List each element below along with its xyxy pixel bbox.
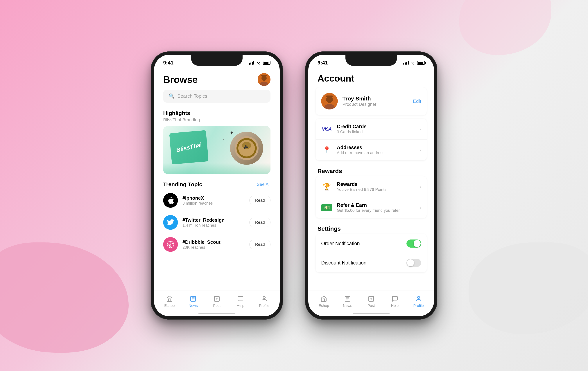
- account-screen-content: Account Troy Smith Product De: [308, 69, 434, 316]
- addresses-row[interactable]: 📍 Addresses Add or remove an address ›: [316, 140, 427, 160]
- rewards-row[interactable]: 🏆 Rewards You've Earned 8,876 Points ›: [316, 176, 427, 197]
- nav-eshop-account[interactable]: Eshop: [312, 296, 336, 308]
- nav-profile-browse[interactable]: Profile: [252, 296, 276, 308]
- rewards-title: Rewards: [337, 181, 415, 187]
- svg-point-9: [246, 146, 248, 148]
- topic-name-iphonex: #IphoneX: [182, 195, 245, 201]
- highlight-inner: BlissThai ✦ •: [163, 126, 271, 174]
- addresses-info: Addresses Add or remove an address: [337, 145, 415, 155]
- nav-profile-label-browse: Profile: [259, 304, 269, 308]
- wifi-icon-browse: [256, 61, 261, 65]
- nav-post-browse[interactable]: Post: [205, 296, 229, 308]
- edit-profile-button[interactable]: Edit: [413, 98, 421, 104]
- discount-notification-label: Discount Notification: [321, 260, 366, 266]
- read-btn-dribbble[interactable]: Read: [249, 240, 271, 249]
- discount-notification-row: Discount Notification: [316, 253, 427, 272]
- read-btn-iphonex[interactable]: Read: [249, 196, 271, 205]
- wave-shape: [163, 163, 271, 174]
- nav-help-label-browse: Help: [237, 304, 244, 308]
- visa-text: VISA: [322, 126, 332, 132]
- trending-header: Trending Topic See All: [154, 179, 280, 189]
- background-blob-left: [0, 242, 129, 353]
- post-icon-account: [368, 296, 375, 302]
- profile-avatar-account: [321, 93, 338, 109]
- search-icon: 🔍: [169, 93, 175, 99]
- trophy-icon-wrap: 🏆: [321, 183, 332, 190]
- nav-news-label-account: News: [343, 304, 352, 308]
- order-notification-toggle[interactable]: [407, 239, 421, 247]
- settings-section: Order Notification Discount Notification: [316, 234, 427, 272]
- topic-item-twitter: #Twitter_Redesign 1.4 million reaches Re…: [154, 211, 280, 233]
- background-blob-right: [469, 242, 588, 334]
- refer-earn-row[interactable]: 💵 Refer & Earn Get $5.00 for every frien…: [316, 197, 427, 218]
- highlights-label: Highlights: [154, 108, 280, 117]
- nav-news-account[interactable]: News: [336, 296, 359, 308]
- credit-cards-info: Credit Cards 3 Cards linked: [337, 124, 415, 134]
- settings-section-header: Settings: [308, 222, 434, 234]
- post-icon-browse: [213, 296, 220, 302]
- phone-account-screen: 9:41: [308, 55, 434, 316]
- help-icon-browse: [237, 296, 244, 302]
- account-header: Account: [308, 71, 434, 87]
- read-btn-twitter[interactable]: Read: [249, 218, 271, 227]
- refer-sub: Get $5.00 for every friend you refer: [337, 208, 415, 213]
- credit-cards-sub: 3 Cards linked: [337, 129, 415, 134]
- status-time-account: 9:41: [317, 60, 328, 66]
- svg-rect-23: [326, 95, 333, 97]
- discount-notification-toggle[interactable]: [407, 259, 421, 267]
- topic-reaches-iphonex: 3 million reaches: [182, 201, 245, 206]
- rewards-list-section: 🏆 Rewards You've Earned 8,876 Points › 💵: [316, 176, 427, 218]
- nav-post-label-account: Post: [368, 304, 375, 308]
- topic-reaches-dribbble: 20K reaches: [182, 245, 245, 250]
- bottom-nav-browse: Eshop News: [154, 290, 280, 316]
- notch-account: [346, 55, 397, 66]
- signal-bars-account: [403, 61, 409, 65]
- toggle-thumb-discount: [407, 259, 414, 266]
- nav-eshop-browse[interactable]: Eshop: [158, 296, 181, 308]
- home-indicator-account: [353, 313, 389, 314]
- highlights-sub: BlissThai Branding: [154, 117, 280, 126]
- credit-cards-row[interactable]: VISA Credit Cards 3 Cards linked ›: [316, 119, 427, 140]
- see-all-link[interactable]: See All: [257, 182, 271, 187]
- nav-profile-account[interactable]: Profile: [407, 296, 430, 308]
- profile-icon-browse: [261, 296, 268, 302]
- nav-news-browse[interactable]: News: [181, 296, 205, 308]
- visa-icon-wrap: VISA: [321, 125, 332, 133]
- green-card-shape: BlissThai: [169, 130, 209, 165]
- refer-title: Refer & Earn: [337, 202, 415, 208]
- svg-point-19: [263, 296, 265, 299]
- nav-post-account[interactable]: Post: [359, 296, 383, 308]
- topic-name-dribbble: #Dribbble_Scout: [182, 239, 245, 245]
- topic-info-twitter: #Twitter_Redesign 1.4 million reaches: [182, 217, 245, 228]
- avatar-image-browse: [258, 73, 271, 86]
- nav-post-label-browse: Post: [213, 304, 220, 308]
- browse-header: Browse: [154, 71, 280, 90]
- toggle-thumb-order: [414, 240, 420, 247]
- profile-section[interactable]: Troy Smith Product Designer Edit: [316, 87, 427, 115]
- location-icon: 📍: [323, 146, 331, 154]
- home-icon-browse: [166, 296, 173, 302]
- nav-eshop-label-account: Eshop: [319, 304, 329, 308]
- svg-point-10: [245, 145, 247, 147]
- search-bar[interactable]: 🔍 Search Topics: [163, 90, 271, 103]
- nav-help-browse[interactable]: Help: [229, 296, 252, 308]
- wifi-icon-account: [410, 61, 415, 65]
- topic-info-dribbble: #Dribbble_Scout 20K reaches: [182, 239, 245, 250]
- refer-icon-wrap: 💵: [321, 204, 332, 211]
- decorative-dot: •: [223, 137, 225, 141]
- browse-screen-content: Browse 🔍: [154, 69, 280, 316]
- nav-help-account[interactable]: Help: [383, 296, 407, 308]
- nav-eshop-label-browse: Eshop: [164, 304, 175, 308]
- home-icon-account: [320, 296, 327, 302]
- trending-label: Trending Topic: [163, 181, 202, 187]
- location-icon-wrap: 📍: [321, 146, 332, 154]
- bottom-nav-account: Eshop News: [308, 290, 434, 316]
- user-avatar-browse[interactable]: [258, 73, 271, 86]
- profile-info: Troy Smith Product Designer: [342, 95, 408, 107]
- highlight-card[interactable]: BlissThai ✦ •: [163, 126, 271, 174]
- status-icons-account: [403, 61, 425, 65]
- topic-name-twitter: #Twitter_Redesign: [182, 217, 245, 223]
- nav-news-label-browse: News: [189, 304, 198, 308]
- account-list-section: VISA Credit Cards 3 Cards linked › 📍: [316, 119, 427, 160]
- svg-rect-3: [261, 75, 267, 76]
